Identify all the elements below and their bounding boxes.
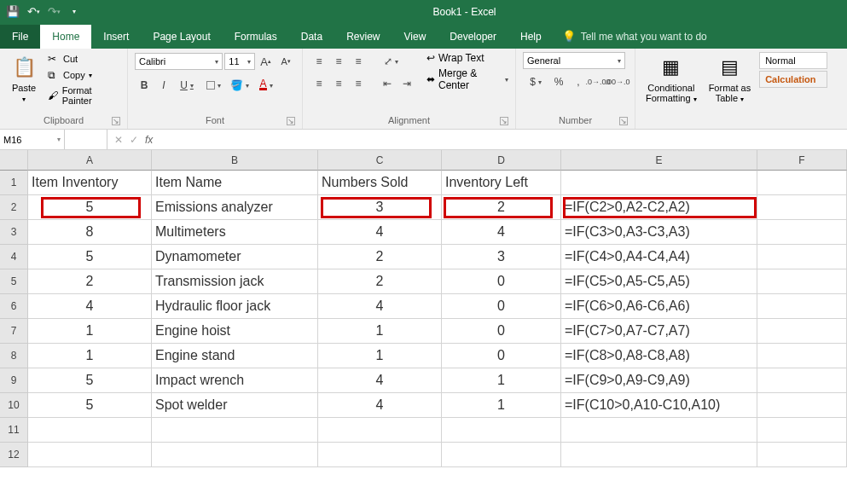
orientation-button[interactable]: ⤢▾ [378, 52, 403, 71]
cell[interactable]: Engine hoist [152, 319, 318, 344]
col-header[interactable]: C [318, 150, 442, 171]
cell[interactable]: 1 [318, 344, 442, 368]
cell[interactable] [442, 443, 561, 467]
row-header[interactable]: 8 [0, 344, 28, 368]
cell[interactable]: 4 [318, 220, 442, 245]
cell[interactable]: 3 [442, 245, 561, 269]
tab-developer[interactable]: Developer [438, 25, 508, 49]
cell[interactable]: =IF(C7>0,A7-C7,A7) [561, 319, 757, 344]
cell[interactable]: Impact wrench [152, 368, 318, 393]
style-calculation[interactable]: Calculation [759, 71, 827, 88]
cell[interactable]: Multimeters [152, 220, 318, 245]
enter-formula-icon[interactable]: ✓ [130, 134, 138, 146]
tab-page-layout[interactable]: Page Layout [141, 25, 222, 49]
italic-button[interactable]: I [154, 76, 173, 95]
cancel-formula-icon[interactable]: ✕ [114, 134, 123, 146]
tab-formulas[interactable]: Formulas [223, 25, 289, 49]
style-normal[interactable]: Normal [759, 52, 827, 69]
tab-help[interactable]: Help [508, 25, 554, 49]
cell[interactable]: 5 [28, 195, 152, 220]
formula-input[interactable] [160, 130, 847, 149]
cell[interactable]: =IF(C2>0,A2-C2,A2) [561, 195, 757, 220]
cell[interactable] [152, 443, 318, 467]
cell[interactable]: Engine stand [152, 344, 318, 368]
percent-button[interactable]: % [549, 72, 568, 91]
cell[interactable]: 3 [318, 195, 442, 220]
font-size-select[interactable]: 11▾ [224, 53, 255, 70]
cell[interactable]: 1 [442, 368, 561, 393]
number-launcher-icon[interactable]: ↘ [619, 117, 628, 125]
cell[interactable] [757, 195, 847, 220]
cell[interactable] [757, 171, 847, 195]
cell[interactable]: 1 [28, 319, 152, 344]
cell[interactable]: 4 [442, 220, 561, 245]
cell[interactable] [28, 418, 152, 443]
cut-button[interactable]: ✂Cut [46, 52, 120, 66]
cell[interactable]: 0 [442, 294, 561, 319]
cell[interactable]: Item Name [152, 171, 318, 195]
row-header[interactable]: 10 [0, 393, 28, 418]
col-header[interactable]: B [152, 150, 318, 171]
decrease-decimal-icon[interactable]: .00→.0 [608, 72, 627, 91]
row-header[interactable]: 6 [0, 294, 28, 319]
cell[interactable]: Item Inventory [28, 171, 152, 195]
cell[interactable]: 0 [442, 269, 561, 294]
col-header[interactable]: F [757, 150, 847, 171]
cell[interactable] [757, 368, 847, 393]
cell[interactable] [757, 294, 847, 319]
cell[interactable]: 5 [28, 245, 152, 269]
cell[interactable] [561, 443, 757, 467]
align-bottom-icon[interactable]: ≡ [349, 52, 368, 71]
format-as-table-button[interactable]: ▤ Format asTable ▾ [705, 52, 755, 124]
font-launcher-icon[interactable]: ↘ [287, 117, 295, 125]
clipboard-launcher-icon[interactable]: ↘ [112, 117, 120, 125]
cell[interactable] [561, 171, 757, 195]
cell[interactable]: =IF(C6>0,A6-C6,A6) [561, 294, 757, 319]
cell[interactable]: Numbers Sold [318, 171, 442, 195]
cell[interactable]: 0 [442, 319, 561, 344]
cell[interactable] [318, 443, 442, 467]
row-header[interactable]: 2 [0, 195, 28, 220]
cell[interactable]: Dynamometer [152, 245, 318, 269]
cell[interactable]: Transmission jack [152, 269, 318, 294]
tab-data[interactable]: Data [289, 25, 334, 49]
cell[interactable]: Inventory Left [442, 171, 561, 195]
format-painter-button[interactable]: 🖌Format Painter [46, 84, 120, 107]
shrink-font-icon[interactable]: A▾ [276, 52, 295, 71]
col-header[interactable]: A [28, 150, 152, 171]
cell[interactable] [757, 245, 847, 269]
conditional-formatting-button[interactable]: ▦ ConditionalFormatting ▾ [642, 52, 700, 124]
cell[interactable]: =IF(C3>0,A3-C3,A3) [561, 220, 757, 245]
borders-button[interactable]: ▾ [200, 76, 226, 95]
fill-color-button[interactable]: 🪣▾ [227, 76, 252, 95]
wrap-text-button[interactable]: ↩Wrap Text [426, 52, 508, 64]
tell-me[interactable]: 💡 Tell me what you want to do [554, 24, 716, 49]
cell[interactable]: =IF(C5>0,A5-C5,A5) [561, 269, 757, 294]
cell[interactable]: 4 [318, 368, 442, 393]
fx-icon[interactable]: fx [145, 134, 153, 146]
align-top-icon[interactable]: ≡ [310, 52, 328, 71]
cell[interactable] [757, 269, 847, 294]
cell[interactable]: 1 [318, 319, 442, 344]
cell[interactable] [152, 418, 318, 443]
name-box[interactable]: M16▾ [0, 130, 65, 149]
row-header[interactable]: 1 [0, 171, 28, 195]
paste-button[interactable]: 📋 Paste▾ [7, 52, 41, 113]
cell[interactable]: 4 [318, 393, 442, 418]
grow-font-icon[interactable]: A▴ [257, 52, 276, 71]
cell[interactable]: =IF(C10>0,A10-C10,A10) [561, 393, 757, 418]
row-header[interactable]: 11 [0, 418, 28, 443]
cell[interactable]: 2 [318, 269, 442, 294]
cell[interactable] [757, 319, 847, 344]
tab-review[interactable]: Review [334, 25, 392, 49]
cell[interactable]: 2 [28, 269, 152, 294]
select-all-corner[interactable] [0, 150, 28, 171]
cell-styles-gallery[interactable]: Normal Calculation [759, 52, 827, 124]
col-header[interactable]: E [561, 150, 757, 171]
currency-button[interactable]: $▾ [523, 72, 548, 91]
cell[interactable]: 4 [318, 294, 442, 319]
row-header[interactable]: 5 [0, 269, 28, 294]
row-header[interactable]: 12 [0, 443, 28, 467]
cell[interactable]: Hydraulic floor jack [152, 294, 318, 319]
cell[interactable] [757, 443, 847, 467]
